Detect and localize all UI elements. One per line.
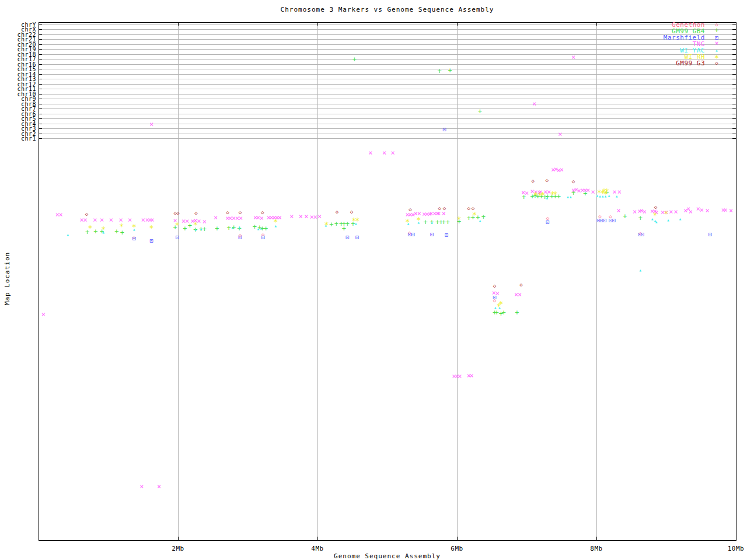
right-tick-chr13	[732, 79, 736, 79]
marker-gm99-gb4: +	[478, 108, 482, 115]
left-tick-chr6	[39, 114, 42, 114]
marker-gm99-gb4: +	[93, 228, 97, 235]
marker-gm99-g3: ◇	[336, 209, 338, 215]
marker-tng: ×	[518, 291, 522, 298]
marker-wi-yac: ▴	[200, 226, 203, 232]
right-tick-chr10	[732, 94, 736, 94]
y-ticklabel-chr1: chr1	[0, 136, 36, 141]
marker-wi-rh: *	[405, 218, 410, 226]
marker-tng: ×	[141, 216, 145, 223]
marker-tng: ×	[643, 208, 647, 215]
marker-tng: ×	[317, 213, 322, 220]
marker-gm99-gb4: +	[183, 225, 187, 232]
gridline-8mb	[596, 22, 597, 540]
right-tick-chr12	[732, 84, 736, 85]
marker-tng: ×	[239, 215, 243, 222]
marker-gm99-gb4: +	[345, 220, 350, 228]
gridline-chr15	[39, 69, 736, 69]
plot-area: chrYchrXchr22chr21chr20chr19chr18chr17ch…	[0, 0, 747, 560]
marker-wi-yac: ▴	[615, 194, 618, 199]
gridline-chr2	[39, 134, 736, 134]
right-tick-chr9	[732, 99, 736, 99]
marker-tng: ×	[442, 210, 446, 217]
marker-gm99-gb4: +	[329, 221, 333, 228]
top-tick-6Mb	[457, 22, 458, 26]
marker-wi-rh: *	[664, 209, 668, 218]
marker-marshfield: ⊡	[708, 232, 712, 237]
marker-gm99-g3: ◇	[85, 212, 88, 217]
marker-marshfield: ⊡	[345, 235, 349, 240]
marker-gm99-gb4: +	[448, 67, 452, 74]
top-tick-4Mb	[317, 22, 318, 26]
marker-tng: ×	[723, 206, 727, 214]
left-tick-chr18	[39, 54, 42, 55]
left-tick-chr21	[39, 39, 42, 40]
marker-wi-rh: *	[652, 211, 657, 219]
marker-tng: ×	[617, 207, 621, 214]
marker-tng: ×	[278, 214, 282, 221]
gridline-chr4	[39, 124, 736, 124]
gridline-chr14	[39, 74, 736, 75]
marker-tng: ×	[705, 207, 709, 214]
marker-marshfield: ⊡	[603, 218, 606, 223]
marker-tng: ×	[390, 149, 395, 156]
marker-gm99-g3: ◇	[350, 209, 353, 215]
marker-wi-rh: *	[88, 224, 92, 232]
marker-tng: ×	[689, 208, 693, 215]
marker-wi-rh: *	[456, 215, 461, 223]
marker-tng: ×	[100, 216, 104, 223]
right-tick-chr4	[732, 124, 736, 124]
legend-marker-tng: ×	[712, 40, 721, 47]
marker-marshfield: ⊡	[132, 236, 136, 242]
x-ticklabel-6Mb: 6Mb	[442, 545, 472, 552]
left-tick-chr15	[39, 69, 42, 69]
marker-gm99-gb4: +	[623, 213, 627, 220]
right-tick-chr8	[732, 104, 736, 104]
marker-wi-rh: *	[193, 220, 198, 229]
x-ticklabel-8Mb: 8Mb	[582, 545, 611, 552]
marker-marshfield: ⊡	[261, 235, 265, 240]
left-tick-chr13	[39, 79, 42, 79]
marker-gm99-gb4: +	[467, 215, 471, 222]
left-tick-chr20	[39, 44, 42, 45]
marker-wi-yac: ▴	[479, 218, 481, 223]
marker-wi-rh: *	[540, 191, 545, 199]
left-tick-chr17	[39, 59, 42, 60]
marker-tng: ×	[157, 483, 161, 490]
marker-gm99-g3: ◇	[467, 206, 470, 211]
marker-wi-rh: *	[553, 190, 557, 198]
marker-marshfield: ⊡	[641, 232, 644, 237]
marker-tng: ×	[83, 216, 87, 223]
left-tick-chr11	[39, 89, 42, 89]
left-tick-chr22	[39, 34, 42, 35]
marker-wi-yac: ▴	[259, 226, 262, 231]
marker-gm99-g3: ◇	[493, 284, 496, 289]
marker-gm99-gb4: +	[114, 228, 118, 235]
marker-tng: ×	[109, 216, 113, 223]
marker-gm99-g3: ◇	[532, 178, 535, 184]
bottom-tick-8Mb	[596, 537, 597, 540]
right-tick-chr7	[732, 108, 736, 109]
right-tick-chrX	[732, 29, 736, 30]
marker-gm99-g3: ◇	[261, 210, 264, 215]
marker-tng: ×	[185, 218, 189, 225]
right-tick-chr22	[732, 34, 736, 35]
marker-wi-yac: ▴	[679, 216, 682, 222]
right-tick-chr15	[732, 69, 736, 69]
marker-marshfield: ⊡	[546, 219, 549, 225]
legend-label-marshfield: Marshfield	[612, 34, 705, 41]
left-tick-chr10	[39, 94, 42, 94]
marker-gm99-gb4: +	[334, 220, 338, 228]
marker-marshfield: ⊡	[612, 218, 616, 223]
marker-gm99-gb4: +	[264, 225, 268, 232]
top-tick-10Mb	[736, 22, 736, 26]
marker-wi-yac: ▴	[569, 194, 572, 200]
marker-tng: ×	[289, 213, 294, 220]
right-tick-chr19	[732, 49, 736, 50]
marker-marshfield: ⊡	[238, 235, 242, 240]
marker-tng: ×	[469, 372, 473, 379]
marker-tng: ×	[560, 166, 564, 173]
right-tick-chr2	[732, 134, 736, 134]
marker-wi-rh: *	[273, 218, 278, 226]
marker-wi-yac: ▴	[231, 225, 233, 230]
